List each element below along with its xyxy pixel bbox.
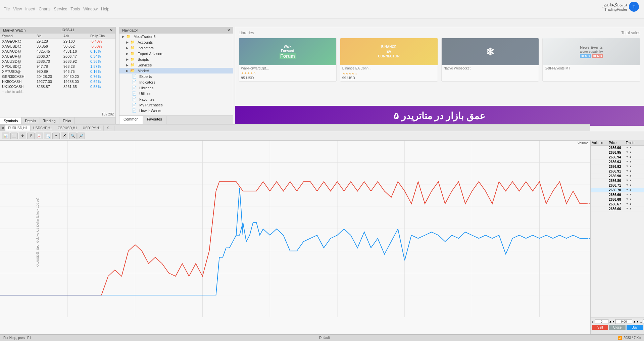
card-name-binance: Binance EA Conn... <box>340 65 438 71</box>
card-img-getff: News Eventstester capability DEMO DEMO <box>543 38 640 65</box>
nav-item[interactable]: ▶📁MetaTrader 5 <box>119 34 233 39</box>
chart-btn-zoomout[interactable]: 🔎 <box>78 133 85 139</box>
volume-label: Volume <box>576 141 590 146</box>
chart-close-btn[interactable]: ✕ <box>0 124 5 132</box>
market-watch-header: Symbol Bid Ask Daily Cha... <box>0 34 115 39</box>
logo-icon: T <box>629 2 639 12</box>
order-book-row: 2686.93 ▼ ▲ <box>591 160 644 164</box>
order-book-row: 2686.67 ▼ ▲ <box>591 202 644 207</box>
sl-label: sl <box>592 320 594 323</box>
order-book-header: Volume Price Trade <box>591 140 644 146</box>
nav-item[interactable]: ▶📁Indicators <box>119 45 233 51</box>
sl-input[interactable] <box>595 319 608 324</box>
sym-tab-eurusd[interactable]: EURUSD,H1 <box>5 126 31 131</box>
buy-button[interactable]: Buy <box>627 325 643 330</box>
sym-tab-usdchf[interactable]: USDCHF,H1 <box>31 126 55 131</box>
order-book-row: 2686.71 ▼ ▲ <box>591 183 644 188</box>
card-name-walkforward: WalkForwardOpt... <box>239 65 336 71</box>
tab-common[interactable]: Common <box>119 116 143 124</box>
order-book-row: 2686.69 ▼ ▲ <box>591 193 644 197</box>
card-stars-walkforward: ★★★★☆ <box>239 71 336 75</box>
order-controls: sl ▲▼ ▲▼ tp ▲▼ Sell Close Buy <box>590 318 644 334</box>
sym-tab-usdjpy[interactable]: USDJPY,H1 <box>80 126 104 131</box>
market-watch-title: Market Watch 13:36:41 ✕ <box>0 27 115 34</box>
chart-btn-zoomin[interactable]: 🔍 <box>69 133 77 139</box>
card-img-walkforward: WalkForwardForum <box>239 38 336 65</box>
chart-btn-draw[interactable]: ✏ <box>52 133 60 139</box>
card-price-binance: 99 USD <box>340 75 438 81</box>
symbol-tabs: ✕ EURUSD,H1 USDCHF,H1 GBPUSD,H1 USDJPY,H… <box>0 124 590 132</box>
market-watch-row: HK50CASH 19277.00 19288.00 0.69% <box>0 79 115 84</box>
market-watch-rows: XAGEUR@ 29.128 29.160 -0.40% XAGUSD@ 30.… <box>0 39 115 89</box>
order-book-row: 2686.80 ▼ ▲ <box>591 179 644 183</box>
market-watch-add[interactable]: + click to add... <box>0 89 115 94</box>
order-book-row: 2686.91 ▼ ▲ <box>591 169 644 174</box>
market-watch-count: 10 / 282 <box>102 112 114 116</box>
nav-item[interactable]: 📄My Purchases <box>119 102 233 108</box>
market-watch-close[interactable]: ✕ <box>110 28 113 33</box>
nav-item[interactable]: 📄How It Works <box>119 108 233 113</box>
card-getff[interactable]: News Eventstester capability DEMO DEMO G… <box>542 38 640 82</box>
market-watch-panel: Market Watch 13:36:41 ✕ Symbol Bid Ask D… <box>0 27 116 126</box>
chart-btn-grid[interactable]: # <box>27 133 35 139</box>
logo-text-area: تریدینگ‌فایندر TradingFinder <box>603 2 627 11</box>
sym-tab-more[interactable]: X... <box>104 126 114 131</box>
nav-item[interactable]: ▶📁Expert Advisors <box>119 51 233 56</box>
nav-item[interactable]: ▶📁Scripts <box>119 56 233 62</box>
status-help: For Help, press F1 <box>3 336 31 340</box>
logo-persian: تریدینگ‌فایندر <box>603 2 627 7</box>
nav-item[interactable]: ▶📁Services <box>119 62 233 68</box>
nav-item[interactable]: 📄Favorites <box>119 96 233 102</box>
tab-favorites[interactable]: Favorites <box>143 116 166 124</box>
status-info: 2083 / 7 Kb <box>624 336 641 340</box>
cards-header: Libraries Total sales <box>239 31 640 35</box>
price-input[interactable] <box>615 319 632 324</box>
navigator-tabs: Common Favorites <box>119 115 233 124</box>
order-book-row: 2686.68 ▼ ▲ <box>591 197 644 202</box>
card-price-getff <box>543 71 640 74</box>
navigator-close[interactable]: ✕ <box>227 28 230 33</box>
card-websocket[interactable]: ❄ Native Websocket <box>441 38 539 82</box>
market-watch-row: XAUUSD@ 2686.70 2686.92 0.36% <box>0 59 115 64</box>
chart-btn-line[interactable]: 📈 <box>36 133 43 139</box>
card-price-walkforward: 95 USD <box>239 75 336 81</box>
status-right: 📶 2083 / 7 Kb <box>618 336 641 340</box>
order-book-row: 2686.95 ▼ ▲ <box>591 150 644 155</box>
market-watch-row: XAGEUR@ 29.128 29.160 -0.40% <box>0 39 115 44</box>
status-default: Default <box>319 336 330 340</box>
nav-item[interactable]: ▶📁Accounts <box>119 39 233 45</box>
card-stars-binance: ★★★★☆ <box>340 71 438 75</box>
order-buttons: Sell Close Buy <box>592 325 643 330</box>
nav-item[interactable]: ▶📂Market <box>119 68 233 74</box>
card-img-binance: BINANCEEACONNECTOR <box>340 38 438 65</box>
card-walkforward[interactable]: WalkForwardForum WalkForwardOpt... ★★★★☆… <box>239 38 337 82</box>
navigator-title: Navigator ✕ <box>119 27 233 34</box>
chart-btn-fib[interactable]: 〆 <box>61 133 68 139</box>
chart-btn-bar[interactable]: 📊 <box>2 133 9 139</box>
market-watch-row: GER30CASH 20428.20 20430.20 0.76% <box>0 74 115 79</box>
nav-item[interactable]: 📄Indicators <box>119 79 233 85</box>
nav-item[interactable]: 📄Utilities <box>119 91 233 96</box>
nav-item[interactable]: 📄Libraries <box>119 85 233 91</box>
chart-btn-candle[interactable]: ⬜ <box>10 133 18 139</box>
top-bar: File View Insert Charts Service Tools Wi… <box>0 0 644 18</box>
chart-btn-down[interactable]: 📉 <box>44 133 51 139</box>
navigator-items: ▶📁MetaTrader 5▶📁Accounts▶📁Indicators▶📁Ex… <box>119 34 233 113</box>
card-binance[interactable]: BINANCEEACONNECTOR Binance EA Conn... ★★… <box>340 38 438 82</box>
order-book-row: 2686.92 ▼ ▲ <box>591 164 644 169</box>
order-book: Volume Price Trade 2686.96 ▼ ▲ 2686.95 ▼… <box>590 140 644 324</box>
sym-tab-gbpusd[interactable]: GBPUSD,H1 <box>55 126 80 131</box>
market-watch-row: XPTUSD@ 930.89 946.75 0.16% <box>0 69 115 74</box>
nav-item[interactable]: 📄Experts <box>119 74 233 79</box>
order-book-row: 2686.90 ▼ ▲ <box>591 174 644 179</box>
chart-area: 📊 ⬜ ✛ # 📈 📉 ✏ 〆 🔍 🔎 XAUUSD@, Spot Gold v… <box>0 131 644 334</box>
close-button[interactable]: Close <box>609 325 625 330</box>
logo-english: TradingFinder <box>603 7 627 11</box>
order-book-row: 2686.94 ▼ ▲ <box>591 155 644 160</box>
tp-label: tp <box>640 320 642 323</box>
sell-button[interactable]: Sell <box>592 325 608 330</box>
chart-content <box>0 141 590 317</box>
chart-btn-crosshair[interactable]: ✛ <box>19 133 26 139</box>
status-bar: For Help, press F1 Default 📶 2083 / 7 Kb <box>0 334 644 341</box>
order-book-row: 2686.96 ▼ ▲ <box>591 146 644 150</box>
